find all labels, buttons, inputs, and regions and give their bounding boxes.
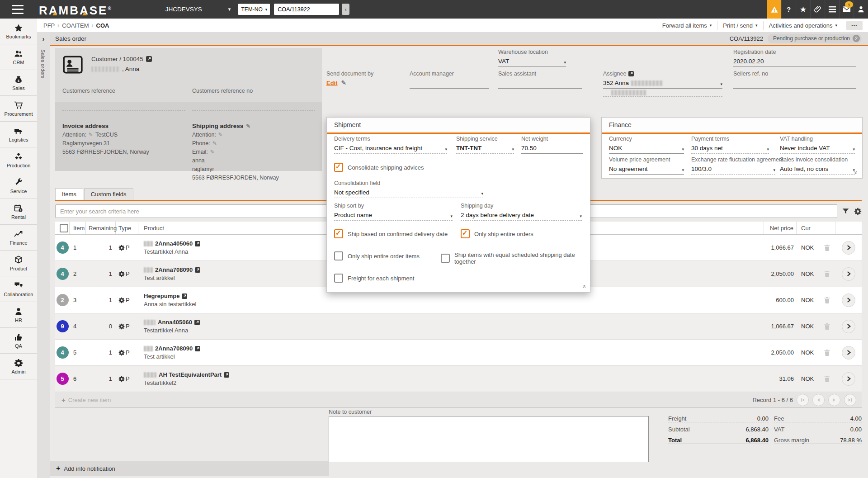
consolidate-shipping-advices-checkbox[interactable] (334, 163, 343, 172)
only-ship-entire-order-items-checkbox[interactable] (334, 251, 343, 260)
expand-panel-icon[interactable]: » (853, 171, 859, 174)
edit-pencil-icon[interactable]: ✎ (210, 149, 215, 155)
service-wrench-icon (14, 178, 23, 187)
column-cur[interactable]: Cur (797, 222, 818, 234)
delete-trash-icon[interactable] (824, 244, 830, 251)
sidebar-item-crm[interactable]: CRM (0, 44, 37, 70)
customer-link[interactable]: Customer / 100045 (91, 56, 152, 62)
sidebar-item-qa[interactable]: QA (0, 328, 37, 354)
freight-each-shipment-checkbox[interactable] (334, 274, 343, 283)
sidebar-item-admin[interactable]: Admin (0, 354, 37, 379)
sidebar-item-sales[interactable]: $ Sales (0, 70, 37, 96)
warning-icon[interactable] (767, 0, 781, 19)
filter-funnel-icon[interactable] (842, 208, 849, 215)
product-link[interactable]: Anna405060 (144, 319, 764, 326)
status-badge[interactable]: Pending purchase or production 2 (768, 34, 862, 43)
redacted-text (144, 241, 153, 246)
side-tab-label[interactable]: Sales orders (40, 49, 46, 79)
activities-operations-button[interactable]: Activities and operations▾ (763, 21, 843, 30)
sidebar-item-rental[interactable]: $ Rental (0, 199, 37, 225)
forward-all-items-button[interactable]: Forward all items▾ (657, 21, 717, 30)
delete-trash-icon[interactable] (824, 297, 830, 304)
column-net-price[interactable]: Net price (764, 222, 797, 234)
add-info-notification-button[interactable]: + Add info notification (50, 461, 329, 476)
expand-panel-chevron-icon[interactable]: › (37, 32, 50, 45)
chevron-down-icon: ▾ (682, 147, 684, 151)
remaining-qty: 1 (86, 349, 116, 356)
sidebar-item-hr[interactable]: HR (0, 302, 37, 328)
open-row-button[interactable] (842, 293, 855, 307)
breadcrumb-item-current[interactable]: COA (96, 22, 109, 29)
attachment-paperclip-icon[interactable] (810, 0, 825, 19)
first-page-button[interactable] (797, 394, 809, 406)
open-row-button[interactable] (842, 372, 855, 386)
ship-confirmed-date-checkbox[interactable] (334, 229, 343, 238)
edit-pencil-icon[interactable]: ✎ (212, 140, 217, 147)
favorites-star-icon[interactable]: ★ (796, 0, 810, 19)
product-link[interactable]: Hegrepumpe (144, 293, 764, 299)
tab-custom-fields[interactable]: Custom fields (84, 188, 133, 200)
sidebar-item-production[interactable]: Production (0, 147, 37, 173)
external-link-icon[interactable] (628, 71, 634, 76)
mail-icon[interactable]: 1 (839, 0, 854, 19)
equal-shipping-date-checkbox[interactable] (441, 254, 450, 263)
select-all-checkbox[interactable] (60, 224, 68, 232)
list-menu-icon[interactable] (825, 0, 839, 19)
open-row-button[interactable] (842, 241, 855, 255)
edit-pencil-icon[interactable]: ✎ (341, 79, 347, 86)
freight-value[interactable]: 0.00 (757, 415, 769, 422)
document-search-input[interactable] (274, 4, 339, 15)
sidebar-item-logistics[interactable]: Logistics (0, 122, 37, 147)
sidebar-item-bookmarks[interactable]: Bookmarks (0, 19, 37, 44)
edit-pencil-icon[interactable]: ✎ (218, 132, 223, 138)
system-name[interactable]: JHCDEVSYS (165, 6, 202, 13)
customers-reference-field[interactable] (62, 110, 185, 111)
print-send-button[interactable]: Print / send▾ (717, 21, 763, 30)
column-type[interactable]: Type (116, 222, 138, 234)
collapse-panel-icon[interactable]: » (580, 285, 587, 288)
sidebar-item-product[interactable]: Product (0, 251, 37, 276)
delete-trash-icon[interactable] (824, 270, 830, 278)
open-row-button[interactable] (842, 346, 855, 360)
sidebar-item-collaboration[interactable]: Collaboration (0, 276, 37, 302)
user-profile-icon[interactable] (854, 0, 868, 19)
fee-value[interactable]: 4.00 (850, 415, 862, 422)
tab-items[interactable]: Items (55, 188, 83, 200)
edit-send-document-link[interactable]: Edit (326, 80, 338, 86)
warehouse-location-select[interactable]: VAT▾ (498, 57, 566, 67)
hamburger-menu-icon[interactable] (12, 5, 24, 14)
delete-trash-icon[interactable] (824, 323, 830, 330)
redacted-text (144, 346, 153, 351)
item-number: 5 (70, 349, 86, 356)
help-icon[interactable]: ? (781, 0, 796, 19)
only-ship-entire-orders-checkbox[interactable] (461, 229, 470, 238)
last-page-button[interactable] (844, 394, 856, 406)
back-icon[interactable]: ‹ (342, 4, 349, 15)
note-to-customer-textarea[interactable] (329, 416, 649, 462)
open-row-button[interactable] (842, 320, 855, 333)
breadcrumb-item[interactable]: PFP (43, 22, 55, 29)
edit-pencil-icon[interactable]: ✎ (89, 132, 93, 138)
assignee-select[interactable]: 352 Anna ▾ (603, 79, 722, 89)
sidebar-item-procurement[interactable]: Procurement (0, 96, 37, 122)
next-page-button[interactable] (828, 394, 840, 406)
product-link[interactable]: AH TestEquivalentPart (144, 371, 764, 378)
delete-trash-icon[interactable] (824, 375, 830, 383)
open-row-button[interactable] (842, 267, 855, 281)
delete-trash-icon[interactable] (824, 349, 830, 356)
previous-page-button[interactable] (812, 394, 825, 406)
chevron-down-icon[interactable]: ▾ (228, 6, 231, 12)
table-settings-gear-icon[interactable] (854, 208, 862, 215)
column-remaining[interactable]: Remaining (86, 222, 116, 234)
item-status-badge: 2 (57, 294, 69, 306)
sidebar-item-finance[interactable]: Finance (0, 225, 37, 251)
column-item[interactable]: Item (70, 222, 86, 234)
customers-reference-no-field[interactable] (192, 110, 315, 111)
edit-pencil-icon[interactable]: ✎ (246, 123, 250, 129)
sidebar-item-service[interactable]: Service (0, 173, 37, 199)
more-options-button[interactable]: ••• (846, 21, 863, 30)
module-select[interactable]: TEM-NO ▾ (238, 3, 270, 15)
breadcrumb-item[interactable]: COAITEM (62, 22, 89, 29)
product-link[interactable]: 2Anna708090 (144, 345, 764, 352)
create-new-item-button[interactable]: + Create new item (61, 396, 111, 404)
